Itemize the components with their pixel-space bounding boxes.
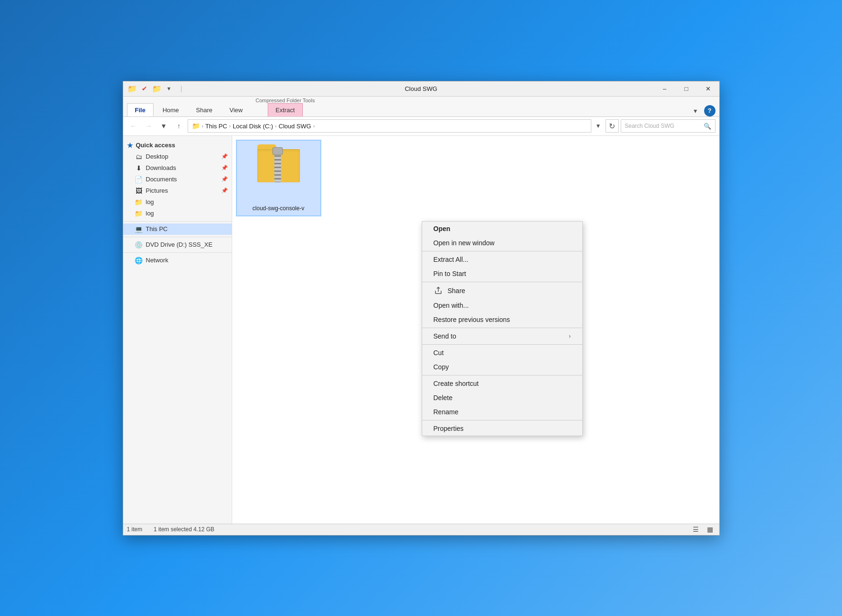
cm-label-cut: Cut	[434, 349, 444, 357]
tab-extract[interactable]: Extract	[268, 103, 303, 116]
details-view-button[interactable]: ☰	[691, 524, 701, 535]
cm-item-share[interactable]: Share	[422, 283, 582, 298]
content-area[interactable]: cloud-swg-console-v Open Open in new win…	[232, 136, 719, 524]
cm-item-properties[interactable]: Properties	[422, 421, 582, 436]
cm-item-pin-to-start[interactable]: Pin to Start	[422, 267, 582, 281]
file-item-zip[interactable]: cloud-swg-console-v	[236, 140, 321, 216]
sidebar-item-label-pictures: Pictures	[146, 187, 168, 194]
sidebar-item-pictures[interactable]: 🖼 Pictures 📌	[123, 185, 232, 196]
path-local-disk[interactable]: Local Disk (C:)	[233, 123, 273, 130]
back-button[interactable]: ←	[127, 119, 140, 133]
cm-label-properties: Properties	[434, 425, 464, 432]
zip-file-icon	[255, 144, 302, 201]
cm-label-open-with: Open with...	[434, 302, 469, 309]
pin-icon-desktop: 📌	[221, 153, 228, 160]
cm-item-create-shortcut[interactable]: Create shortcut	[422, 376, 582, 391]
cm-item-open-with[interactable]: Open with...	[422, 298, 582, 312]
sidebar-item-desktop[interactable]: 🗂 Desktop 📌	[123, 151, 232, 162]
path-cloud-swg[interactable]: Cloud SWG	[279, 123, 311, 130]
sidebar-item-downloads[interactable]: ⬇ Downloads 📌	[123, 162, 232, 174]
quick-access-header[interactable]: ★ Quick access	[123, 140, 232, 151]
cm-item-cut[interactable]: Cut	[422, 346, 582, 360]
downloads-icon: ⬇	[135, 164, 143, 172]
cm-label-share: Share	[448, 287, 465, 295]
cm-item-rename[interactable]: Rename	[422, 405, 582, 419]
window-title: Cloud SWG	[405, 85, 437, 92]
sidebar-divider-1	[123, 221, 232, 222]
tab-home[interactable]: Home	[154, 103, 187, 116]
desktop-icon: 🗂	[135, 152, 143, 161]
address-path[interactable]: 📁 › This PC › Local Disk (C:) › Cloud SW…	[188, 119, 591, 133]
path-separator-4: ›	[313, 123, 315, 129]
status-right: ☰ ▦	[691, 524, 715, 535]
refresh-button[interactable]: ↻	[606, 119, 619, 133]
path-separator-1: ›	[202, 123, 204, 129]
title-bar-icons: 📁 ✔ 📁 ▼ |	[123, 83, 190, 94]
sidebar-item-log-2[interactable]: 📁 log	[123, 208, 232, 219]
cm-label-restore-versions: Restore previous versions	[434, 316, 510, 323]
sidebar-item-documents[interactable]: 📄 Documents 📌	[123, 174, 232, 185]
share-icon	[434, 286, 443, 295]
cm-item-open[interactable]: Open	[422, 222, 582, 236]
forward-button[interactable]: →	[142, 119, 155, 133]
sidebar-item-this-pc[interactable]: 💻 This PC	[123, 223, 232, 235]
tab-file[interactable]: File	[127, 103, 154, 116]
path-this-pc[interactable]: This PC	[205, 123, 227, 130]
separator-icon: |	[176, 83, 187, 94]
cm-item-send-to[interactable]: Send to ›	[422, 329, 582, 343]
ribbon-dropdown: ▾ ?	[690, 105, 719, 116]
cm-item-extract-all[interactable]: Extract All...	[422, 252, 582, 267]
sidebar-item-label-this-pc: This PC	[146, 225, 168, 232]
minimize-button[interactable]: –	[654, 81, 676, 96]
cm-separator-5	[422, 375, 582, 375]
ribbon-help-button[interactable]: ?	[704, 105, 715, 116]
sidebar-item-label-log1: log	[146, 198, 154, 205]
quick-access-icon: ★	[127, 142, 133, 149]
search-box[interactable]: Search Cloud SWG 🔍	[621, 119, 715, 133]
network-icon: 🌐	[135, 256, 143, 265]
cm-item-restore-versions[interactable]: Restore previous versions	[422, 312, 582, 327]
dropdown-arrow-icon[interactable]: ▼	[164, 83, 174, 94]
cm-item-open-new-window[interactable]: Open in new window	[422, 236, 582, 250]
checkmark-icon: ✔	[139, 83, 150, 94]
cm-label-extract-all: Extract All...	[434, 256, 469, 263]
sidebar-item-dvd[interactable]: 💿 DVD Drive (D:) SSS_XE	[123, 239, 232, 250]
quick-access-label: Quick access	[136, 142, 175, 149]
file-explorer-window: 📁 ✔ 📁 ▼ | Cloud SWG – □ ✕ File Home Shar…	[123, 81, 720, 536]
sidebar-divider-2	[123, 237, 232, 237]
pin-icon-pictures: 📌	[221, 187, 228, 194]
search-icon: 🔍	[704, 123, 711, 130]
cm-separator-2	[422, 282, 582, 282]
sidebar-item-log-1[interactable]: 📁 log	[123, 196, 232, 208]
path-dropdown-button[interactable]: ▼	[593, 119, 604, 133]
cm-label-open: Open	[434, 225, 451, 232]
close-button[interactable]: ✕	[697, 81, 719, 96]
cm-item-delete[interactable]: Delete	[422, 391, 582, 405]
sidebar-item-label-network: Network	[146, 257, 169, 264]
search-placeholder: Search Cloud SWG	[625, 123, 675, 129]
file-label: cloud-swg-console-v	[241, 205, 317, 212]
log-2-icon: 📁	[135, 209, 143, 218]
sidebar-divider-3	[123, 252, 232, 253]
window-controls: – □ ✕	[654, 81, 719, 96]
address-bar: ← → ▼ ↑ 📁 › This PC › Local Disk (C:) › …	[123, 117, 719, 136]
tab-view[interactable]: View	[221, 103, 251, 116]
cm-label-create-shortcut: Create shortcut	[434, 380, 479, 387]
tiles-view-button[interactable]: ▦	[705, 524, 715, 535]
sidebar-item-network[interactable]: 🌐 Network	[123, 255, 232, 266]
ribbon-collapse-button[interactable]: ▾	[690, 105, 701, 116]
cm-item-copy[interactable]: Copy	[422, 360, 582, 374]
pin-icon-documents: 📌	[221, 176, 228, 182]
tab-share[interactable]: Share	[188, 103, 221, 116]
compressed-tools-label: Compressed Folder Tools	[252, 97, 318, 103]
up-button[interactable]: ↑	[172, 119, 186, 133]
recent-locations-button[interactable]: ▼	[157, 119, 171, 133]
main-area: ★ Quick access 🗂 Desktop 📌 ⬇ Downloads 📌…	[123, 136, 719, 524]
cm-separator-4	[422, 344, 582, 345]
maximize-button[interactable]: □	[676, 81, 697, 96]
ribbon: File Home Share View Compressed Folder T…	[123, 97, 719, 117]
cm-label-rename: Rename	[434, 408, 459, 416]
folder-icon: 📁	[127, 83, 137, 94]
cm-label-delete: Delete	[434, 394, 453, 402]
sidebar: ★ Quick access 🗂 Desktop 📌 ⬇ Downloads 📌…	[123, 136, 232, 524]
